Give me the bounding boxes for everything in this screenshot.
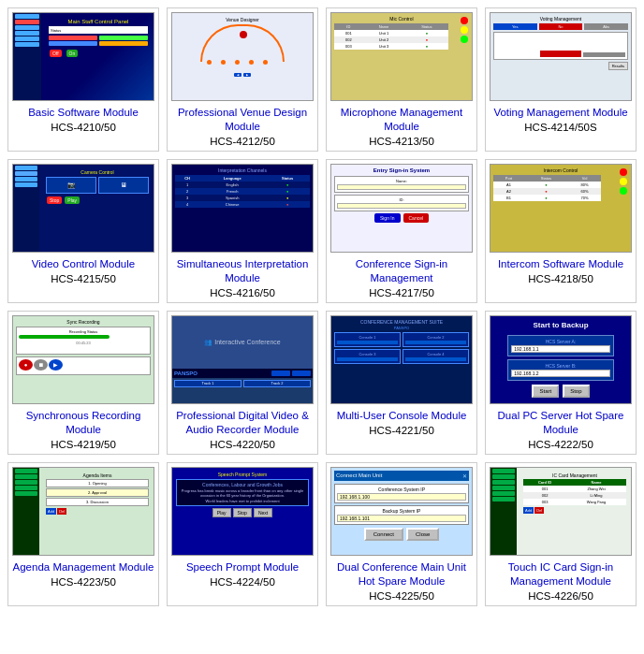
list-item: Speech Prompt System Conferences, Labour… <box>167 462 318 606</box>
product-code: HCS-4220/50 <box>210 439 275 450</box>
product-title: Speech Prompt Module <box>186 560 299 574</box>
product-thumbnail: Venue Designer ◀ ▶ <box>171 12 314 101</box>
product-code: HCS-4224/50 <box>210 576 275 588</box>
list-item: Agenda Items 1. Opening 2. Approval 3. D… <box>7 462 159 606</box>
product-code: HCS-4226/50 <box>528 590 593 602</box>
product-title: Voting Management Module <box>493 106 627 120</box>
product-thumbnail: Entry Sign-in System Name: ID: Sign In C… <box>330 164 473 253</box>
list-item: Camera Control 📷 🖥 Stop Play <box>7 159 159 303</box>
product-title: Video Control Module <box>32 257 135 271</box>
list-item: Connect Main Unit ✕ Conference System IP… <box>326 462 477 606</box>
product-title: Microphone Management Module <box>330 106 473 134</box>
product-code: HCS-4225/50 <box>369 590 434 602</box>
list-item: Venue Designer ◀ ▶ Professio <box>167 7 318 152</box>
product-title: Basic Software Module <box>28 106 139 120</box>
list-item: Voting Management Yes No Abs Results <box>485 7 637 152</box>
product-thumbnail: Voting Management Yes No Abs Results <box>490 12 632 101</box>
product-code: HCS-4223/50 <box>51 576 116 588</box>
product-thumbnail: Connect Main Unit ✕ Conference System IP… <box>330 467 473 556</box>
product-title: Professional Venue Design Module <box>171 106 314 134</box>
product-thumbnail: Intercom Control PortStatusVol A1●80% A2… <box>490 164 632 253</box>
product-code: HCS-4217/50 <box>369 287 434 298</box>
list-item: Interpretation Channels CHLanguageStatus… <box>167 159 318 303</box>
product-title: Synchronous Recording Module <box>12 409 154 437</box>
list-item: Intercom Control PortStatusVol A1●80% A2… <box>485 159 637 303</box>
product-title: Dual PC Server Hot Spare Module <box>490 409 632 437</box>
product-thumbnail: CONFERENCE MANAGEMENT SUITE PANSPO Conso… <box>330 315 473 404</box>
product-thumbnail: Interpretation Channels CHLanguageStatus… <box>171 164 314 253</box>
product-code: HCS-4222/50 <box>528 439 593 450</box>
list-item: CONFERENCE MANAGEMENT SUITE PANSPO Conso… <box>326 311 477 455</box>
product-thumbnail: Mic Control IDNameStatus 001Unit 1● 002U… <box>330 12 473 101</box>
product-code: HCS-4221/50 <box>369 425 434 436</box>
list-item: IC Card Management Card IDName 001Zhang … <box>485 462 637 606</box>
product-grid: Main Staff Control Panel Status Off On <box>0 0 644 614</box>
product-title: Professional Digital Video & Audio Recor… <box>171 409 314 437</box>
list-item: Main Staff Control Panel Status Off On <box>7 7 159 152</box>
product-code: HCS-4216/50 <box>210 287 275 298</box>
product-title: Simultaneous Interpretation Module <box>171 257 314 285</box>
product-title: Dual Conference Main Unit Hot Spare Modu… <box>330 560 473 589</box>
product-code: HCS-4210/50 <box>51 122 116 133</box>
product-code: HCS-4219/50 <box>51 439 116 450</box>
product-code: HCS-4215/50 <box>51 273 116 284</box>
list-item: Entry Sign-in System Name: ID: Sign In C… <box>326 159 477 303</box>
product-thumbnail: Main Staff Control Panel Status Off On <box>12 12 154 101</box>
product-title: Conference Sign-in Management <box>330 257 473 285</box>
product-thumbnail: 👥 Interactive Conference PANSPO Track 1 … <box>171 315 314 404</box>
product-code: HCS-4218/50 <box>528 273 593 284</box>
product-code: HCS-4214/50S <box>524 122 596 133</box>
list-item: 👥 Interactive Conference PANSPO Track 1 … <box>167 311 318 455</box>
list-item: Sync Recording Recording Status 00:45:23… <box>7 311 159 455</box>
product-thumbnail: Camera Control 📷 🖥 Stop Play <box>12 164 154 253</box>
product-thumbnail: Sync Recording Recording Status 00:45:23… <box>12 315 154 404</box>
product-title: Multi-User Console Module <box>337 409 467 423</box>
product-title: Intercom Software Module <box>498 257 623 271</box>
product-thumbnail: Agenda Items 1. Opening 2. Approval 3. D… <box>12 467 154 556</box>
product-title: Touch IC Card Sign-in Management Module <box>490 560 632 589</box>
product-title: Agenda Management Module <box>13 560 154 574</box>
product-thumbnail: Speech Prompt System Conferences, Labour… <box>171 467 314 556</box>
product-code: HCS-4213/50 <box>369 136 434 147</box>
list-item: Start to Backup HCS Server A: 192.168.1.… <box>485 311 637 455</box>
product-thumbnail: Start to Backup HCS Server A: 192.168.1.… <box>490 315 632 404</box>
product-code: HCS-4212/50 <box>210 136 275 147</box>
product-thumbnail: IC Card Management Card IDName 001Zhang … <box>490 467 632 556</box>
list-item: Mic Control IDNameStatus 001Unit 1● 002U… <box>326 7 477 152</box>
